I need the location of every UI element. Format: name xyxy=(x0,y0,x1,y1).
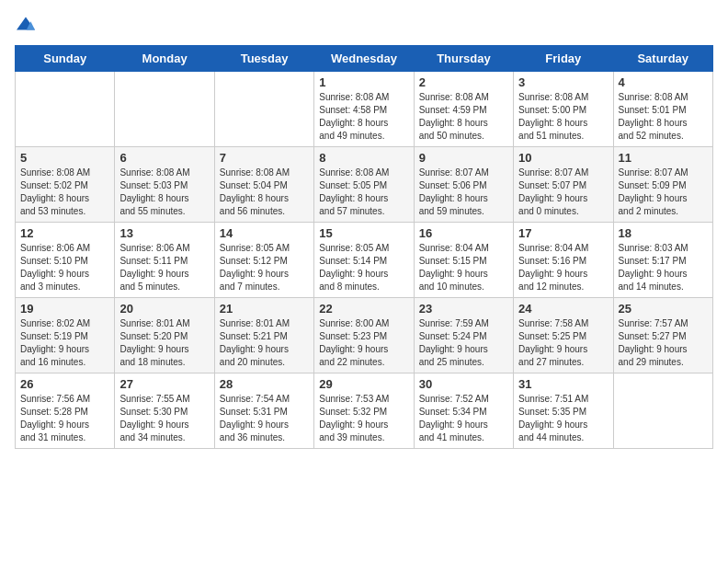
calendar-body: 1Sunrise: 8:08 AM Sunset: 4:58 PM Daylig… xyxy=(16,72,713,449)
day-number: 26 xyxy=(20,377,109,391)
day-info: Sunrise: 7:57 AM Sunset: 5:27 PM Dayligh… xyxy=(619,317,708,369)
calendar-day-cell: 6Sunrise: 8:08 AM Sunset: 5:03 PM Daylig… xyxy=(115,147,214,223)
day-number: 29 xyxy=(319,377,408,391)
day-number: 6 xyxy=(119,151,209,165)
day-number: 18 xyxy=(619,226,708,240)
day-number: 17 xyxy=(518,226,608,240)
calendar-day-cell: 18Sunrise: 8:03 AM Sunset: 5:17 PM Dayli… xyxy=(613,223,712,298)
day-number: 13 xyxy=(119,226,209,240)
day-number: 3 xyxy=(518,75,608,89)
day-number: 21 xyxy=(220,302,309,316)
day-info: Sunrise: 8:07 AM Sunset: 5:07 PM Dayligh… xyxy=(518,167,608,218)
day-number: 10 xyxy=(518,151,608,165)
day-number: 24 xyxy=(518,302,608,316)
calendar-day-cell xyxy=(115,72,214,147)
day-info: Sunrise: 8:08 AM Sunset: 5:03 PM Dayligh… xyxy=(119,167,209,218)
day-number: 4 xyxy=(619,75,708,89)
calendar-day-cell: 4Sunrise: 8:08 AM Sunset: 5:01 PM Daylig… xyxy=(613,72,712,147)
calendar-day-cell: 31Sunrise: 7:51 AM Sunset: 5:35 PM Dayli… xyxy=(514,373,613,449)
calendar-day-cell: 2Sunrise: 8:08 AM Sunset: 4:59 PM Daylig… xyxy=(414,72,513,147)
weekday-header-row: SundayMondayTuesdayWednesdayThursdayFrid… xyxy=(16,46,713,72)
calendar-day-cell: 9Sunrise: 8:07 AM Sunset: 5:06 PM Daylig… xyxy=(414,147,513,223)
calendar-table: SundayMondayTuesdayWednesdayThursdayFrid… xyxy=(15,45,713,449)
day-number: 1 xyxy=(319,75,408,89)
day-number: 9 xyxy=(419,151,508,165)
day-number: 19 xyxy=(20,302,109,316)
day-info: Sunrise: 8:01 AM Sunset: 5:21 PM Dayligh… xyxy=(220,317,309,369)
day-number: 31 xyxy=(518,377,608,391)
day-number: 20 xyxy=(119,302,209,316)
calendar-day-cell: 25Sunrise: 7:57 AM Sunset: 5:27 PM Dayli… xyxy=(613,298,712,373)
day-number: 14 xyxy=(220,226,309,240)
calendar-day-cell: 26Sunrise: 7:56 AM Sunset: 5:28 PM Dayli… xyxy=(16,373,115,449)
calendar-day-cell: 5Sunrise: 8:08 AM Sunset: 5:02 PM Daylig… xyxy=(16,147,115,223)
day-info: Sunrise: 8:08 AM Sunset: 5:05 PM Dayligh… xyxy=(319,167,408,218)
day-info: Sunrise: 7:59 AM Sunset: 5:24 PM Dayligh… xyxy=(419,317,508,369)
calendar-week-row: 5Sunrise: 8:08 AM Sunset: 5:02 PM Daylig… xyxy=(16,147,713,223)
day-info: Sunrise: 7:53 AM Sunset: 5:32 PM Dayligh… xyxy=(319,393,408,444)
day-number: 12 xyxy=(20,226,109,240)
day-number: 30 xyxy=(419,377,508,391)
day-info: Sunrise: 7:52 AM Sunset: 5:34 PM Dayligh… xyxy=(419,393,508,444)
day-info: Sunrise: 8:04 AM Sunset: 5:15 PM Dayligh… xyxy=(419,242,508,293)
calendar-day-cell xyxy=(214,72,313,147)
day-info: Sunrise: 8:04 AM Sunset: 5:16 PM Dayligh… xyxy=(518,242,608,293)
day-info: Sunrise: 7:56 AM Sunset: 5:28 PM Dayligh… xyxy=(20,393,109,444)
day-info: Sunrise: 8:02 AM Sunset: 5:19 PM Dayligh… xyxy=(20,317,109,369)
calendar-day-cell: 27Sunrise: 7:55 AM Sunset: 5:30 PM Dayli… xyxy=(115,373,214,449)
weekday-header-friday: Friday xyxy=(514,46,613,72)
day-info: Sunrise: 8:05 AM Sunset: 5:14 PM Dayligh… xyxy=(319,242,408,293)
page-header xyxy=(15,15,713,34)
day-number: 28 xyxy=(220,377,309,391)
day-info: Sunrise: 7:54 AM Sunset: 5:31 PM Dayligh… xyxy=(220,393,309,444)
logo-icon xyxy=(15,16,37,34)
calendar-day-cell: 24Sunrise: 7:58 AM Sunset: 5:25 PM Dayli… xyxy=(514,298,613,373)
day-info: Sunrise: 8:08 AM Sunset: 5:00 PM Dayligh… xyxy=(518,91,608,143)
calendar-day-cell: 1Sunrise: 8:08 AM Sunset: 4:58 PM Daylig… xyxy=(314,72,414,147)
weekday-header-monday: Monday xyxy=(115,46,214,72)
day-info: Sunrise: 8:08 AM Sunset: 5:02 PM Dayligh… xyxy=(20,167,109,218)
day-info: Sunrise: 8:00 AM Sunset: 5:23 PM Dayligh… xyxy=(319,317,408,369)
day-info: Sunrise: 8:06 AM Sunset: 5:11 PM Dayligh… xyxy=(119,242,209,293)
weekday-header-wednesday: Wednesday xyxy=(314,46,414,72)
calendar-day-cell: 16Sunrise: 8:04 AM Sunset: 5:15 PM Dayli… xyxy=(414,223,513,298)
calendar-day-cell: 28Sunrise: 7:54 AM Sunset: 5:31 PM Dayli… xyxy=(214,373,313,449)
day-number: 15 xyxy=(319,226,408,240)
weekday-header-thursday: Thursday xyxy=(414,46,513,72)
calendar-day-cell: 7Sunrise: 8:08 AM Sunset: 5:04 PM Daylig… xyxy=(214,147,313,223)
day-info: Sunrise: 8:08 AM Sunset: 4:58 PM Dayligh… xyxy=(319,91,408,143)
day-number: 5 xyxy=(20,151,109,165)
calendar-day-cell: 14Sunrise: 8:05 AM Sunset: 5:12 PM Dayli… xyxy=(214,223,313,298)
calendar-day-cell: 23Sunrise: 7:59 AM Sunset: 5:24 PM Dayli… xyxy=(414,298,513,373)
day-info: Sunrise: 8:06 AM Sunset: 5:10 PM Dayligh… xyxy=(20,242,109,293)
day-number: 25 xyxy=(619,302,708,316)
calendar-day-cell xyxy=(16,72,115,147)
day-number: 22 xyxy=(319,302,408,316)
weekday-header-tuesday: Tuesday xyxy=(214,46,313,72)
day-number: 2 xyxy=(419,75,508,89)
calendar-day-cell: 3Sunrise: 8:08 AM Sunset: 5:00 PM Daylig… xyxy=(514,72,613,147)
day-info: Sunrise: 8:03 AM Sunset: 5:17 PM Dayligh… xyxy=(619,242,708,293)
calendar-day-cell: 10Sunrise: 8:07 AM Sunset: 5:07 PM Dayli… xyxy=(514,147,613,223)
calendar-day-cell: 15Sunrise: 8:05 AM Sunset: 5:14 PM Dayli… xyxy=(314,223,414,298)
weekday-header-sunday: Sunday xyxy=(16,46,115,72)
calendar-day-cell: 22Sunrise: 8:00 AM Sunset: 5:23 PM Dayli… xyxy=(314,298,414,373)
calendar-day-cell: 12Sunrise: 8:06 AM Sunset: 5:10 PM Dayli… xyxy=(16,223,115,298)
calendar-day-cell: 19Sunrise: 8:02 AM Sunset: 5:19 PM Dayli… xyxy=(16,298,115,373)
calendar-header: SundayMondayTuesdayWednesdayThursdayFrid… xyxy=(16,46,713,72)
day-number: 11 xyxy=(619,151,708,165)
day-info: Sunrise: 7:58 AM Sunset: 5:25 PM Dayligh… xyxy=(518,317,608,369)
day-number: 7 xyxy=(220,151,309,165)
day-number: 27 xyxy=(119,377,209,391)
calendar-day-cell: 8Sunrise: 8:08 AM Sunset: 5:05 PM Daylig… xyxy=(314,147,414,223)
day-info: Sunrise: 8:05 AM Sunset: 5:12 PM Dayligh… xyxy=(220,242,309,293)
calendar-week-row: 26Sunrise: 7:56 AM Sunset: 5:28 PM Dayli… xyxy=(16,373,713,449)
calendar-day-cell xyxy=(613,373,712,449)
day-info: Sunrise: 8:08 AM Sunset: 5:04 PM Dayligh… xyxy=(220,167,309,218)
calendar-week-row: 12Sunrise: 8:06 AM Sunset: 5:10 PM Dayli… xyxy=(16,223,713,298)
day-number: 16 xyxy=(419,226,508,240)
weekday-header-saturday: Saturday xyxy=(613,46,712,72)
calendar-day-cell: 21Sunrise: 8:01 AM Sunset: 5:21 PM Dayli… xyxy=(214,298,313,373)
calendar-week-row: 1Sunrise: 8:08 AM Sunset: 4:58 PM Daylig… xyxy=(16,72,713,147)
day-number: 8 xyxy=(319,151,408,165)
